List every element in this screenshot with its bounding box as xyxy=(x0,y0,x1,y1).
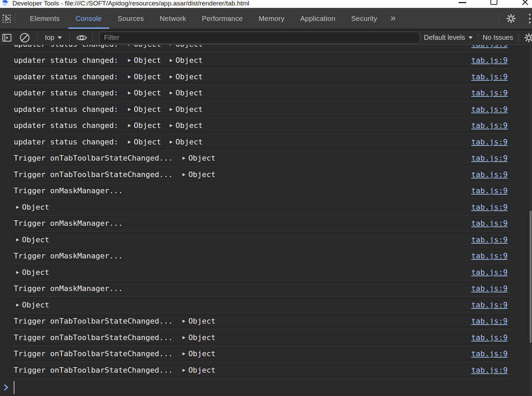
disclosure-triangle-icon: ▶ xyxy=(128,74,131,79)
object-label: Object xyxy=(188,349,216,358)
settings-gear-icon[interactable] xyxy=(506,13,516,24)
disclosure-triangle-icon: ▶ xyxy=(170,90,173,95)
console-log-row: Trigger onTabToolbarStateChanged...▶Obje… xyxy=(13,313,510,330)
console-object-expandable[interactable]: ▶Object xyxy=(128,45,161,48)
object-label: Object xyxy=(22,235,49,244)
source-location-link[interactable]: tab.js:9 xyxy=(471,317,510,325)
console-object-expandable[interactable]: ▶Object xyxy=(16,235,49,244)
live-expression-eye-icon[interactable] xyxy=(76,33,88,42)
console-object-expandable[interactable]: ▶Object xyxy=(183,366,216,374)
console-prompt[interactable] xyxy=(0,379,532,396)
console-object-expandable[interactable]: ▶Object xyxy=(170,89,203,97)
source-location-link[interactable]: tab.js:9 xyxy=(471,138,510,146)
log-message-text: updater status changed: xyxy=(14,45,118,48)
tab-sources[interactable]: Sources xyxy=(110,8,152,29)
app-icon xyxy=(1,0,10,7)
source-location-link[interactable]: tab.js:9 xyxy=(471,203,510,211)
log-message-text: updater status changed: xyxy=(14,138,118,146)
console-log-area: updater status changed:▶Object▶Objecttab… xyxy=(0,45,532,379)
console-log-row: updater status changed:▶Object▶Objecttab… xyxy=(13,45,510,53)
source-location-link[interactable]: tab.js:9 xyxy=(471,235,510,244)
console-object-expandable[interactable]: ▶Object xyxy=(128,138,161,146)
console-object-expandable[interactable]: ▶Object xyxy=(128,89,161,97)
source-location-link[interactable]: tab.js:9 xyxy=(471,252,510,260)
console-log-row: updater status changed:▶Object▶Objecttab… xyxy=(13,101,510,118)
source-location-link[interactable]: tab.js:9 xyxy=(471,105,510,114)
tab-memory[interactable]: Memory xyxy=(251,8,292,29)
object-label: Object xyxy=(175,56,203,65)
console-sidebar-icon[interactable] xyxy=(2,33,12,42)
console-object-expandable[interactable]: ▶Object xyxy=(170,72,203,81)
console-object-expandable[interactable]: ▶Object xyxy=(170,45,203,48)
object-label: Object xyxy=(188,333,216,342)
tab-network[interactable]: Network xyxy=(152,8,194,29)
console-object-expandable[interactable]: ▶Object xyxy=(183,333,216,342)
log-levels-dropdown[interactable]: Default levels xyxy=(424,34,473,42)
issues-counter[interactable]: No Issues xyxy=(483,34,513,42)
filter-input[interactable] xyxy=(99,32,420,44)
log-message: ▶Object xyxy=(13,268,471,277)
source-location-link[interactable]: tab.js:9 xyxy=(471,45,510,48)
console-settings-gear-icon[interactable] xyxy=(524,33,532,43)
console-log-row: Trigger onMaskManager...tab.js:9 xyxy=(13,183,510,199)
devtools-tabbar: ElementsConsoleSourcesNetworkPerformance… xyxy=(0,8,532,29)
clear-console-icon[interactable] xyxy=(19,32,30,43)
console-object-expandable[interactable]: ▶Object xyxy=(183,349,216,358)
minimize-button[interactable] xyxy=(459,2,466,3)
source-location-link[interactable]: tab.js:9 xyxy=(471,366,510,374)
console-object-expandable[interactable]: ▶Object xyxy=(183,154,216,162)
context-selector-dropdown[interactable]: top xyxy=(43,34,64,42)
console-object-expandable[interactable]: ▶Object xyxy=(183,170,216,179)
source-location-link[interactable]: tab.js:9 xyxy=(471,56,510,65)
source-location-link[interactable]: tab.js:9 xyxy=(471,301,510,309)
toolbar-divider xyxy=(478,33,478,42)
source-location-link[interactable]: tab.js:9 xyxy=(471,333,510,342)
console-object-expandable[interactable]: ▶Object xyxy=(183,317,216,325)
vertical-scrollbar-thumb[interactable] xyxy=(530,211,532,343)
object-label: Object xyxy=(134,121,161,130)
source-location-link[interactable]: tab.js:9 xyxy=(471,349,510,358)
console-object-expandable[interactable]: ▶Object xyxy=(170,138,203,146)
more-tabs-button[interactable]: » xyxy=(385,7,401,29)
console-log-row: Trigger onMaskManager...tab.js:9 xyxy=(13,248,510,265)
log-message-text: Trigger onMaskManager... xyxy=(14,252,123,260)
log-message-text: Trigger onTabToolbarStateChanged... xyxy=(14,154,173,162)
tab-performance[interactable]: Performance xyxy=(194,8,251,29)
source-location-link[interactable]: tab.js:9 xyxy=(471,154,510,162)
console-object-expandable[interactable]: ▶Object xyxy=(128,72,161,81)
tab-security[interactable]: Security xyxy=(343,8,385,29)
disclosure-triangle-icon: ▶ xyxy=(183,368,186,373)
console-object-expandable[interactable]: ▶Object xyxy=(16,268,49,277)
source-location-link[interactable]: tab.js:9 xyxy=(471,121,510,130)
console-object-expandable[interactable]: ▶Object xyxy=(170,56,203,65)
log-levels-label: Default levels xyxy=(424,34,465,42)
log-message-text: Trigger onMaskManager... xyxy=(14,219,123,228)
source-location-link[interactable]: tab.js:9 xyxy=(471,89,510,97)
console-object-expandable[interactable]: ▶Object xyxy=(128,121,161,130)
source-location-link[interactable]: tab.js:9 xyxy=(471,72,510,81)
main-menu-kebab-icon[interactable] xyxy=(529,14,531,23)
log-message-text: Trigger onTabToolbarStateChanged... xyxy=(14,317,173,325)
tab-application[interactable]: Application xyxy=(292,8,344,29)
inspect-element-icon[interactable] xyxy=(2,13,12,24)
close-button[interactable] xyxy=(521,0,529,6)
console-object-expandable[interactable]: ▶Object xyxy=(16,203,49,211)
tab-console[interactable]: Console xyxy=(68,8,110,29)
source-location-link[interactable]: tab.js:9 xyxy=(471,284,510,293)
console-object-expandable[interactable]: ▶Object xyxy=(128,56,161,65)
disclosure-triangle-icon: ▶ xyxy=(16,302,19,307)
disclosure-triangle-icon: ▶ xyxy=(183,335,186,340)
tab-elements[interactable]: Elements xyxy=(22,8,68,29)
console-object-expandable[interactable]: ▶Object xyxy=(170,121,203,130)
disclosure-triangle-icon: ▶ xyxy=(128,90,131,95)
source-location-link[interactable]: tab.js:9 xyxy=(471,268,510,277)
console-object-expandable[interactable]: ▶Object xyxy=(128,105,161,114)
source-location-link[interactable]: tab.js:9 xyxy=(471,170,510,179)
log-message: Trigger onTabToolbarStateChanged...▶Obje… xyxy=(13,349,471,358)
source-location-link[interactable]: tab.js:9 xyxy=(471,186,510,195)
source-location-link[interactable]: tab.js:9 xyxy=(471,219,510,228)
console-log-row: updater status changed:▶Object▶Objecttab… xyxy=(13,69,510,85)
maximize-button[interactable] xyxy=(490,0,497,5)
console-object-expandable[interactable]: ▶Object xyxy=(16,301,49,309)
console-object-expandable[interactable]: ▶Object xyxy=(170,105,203,114)
